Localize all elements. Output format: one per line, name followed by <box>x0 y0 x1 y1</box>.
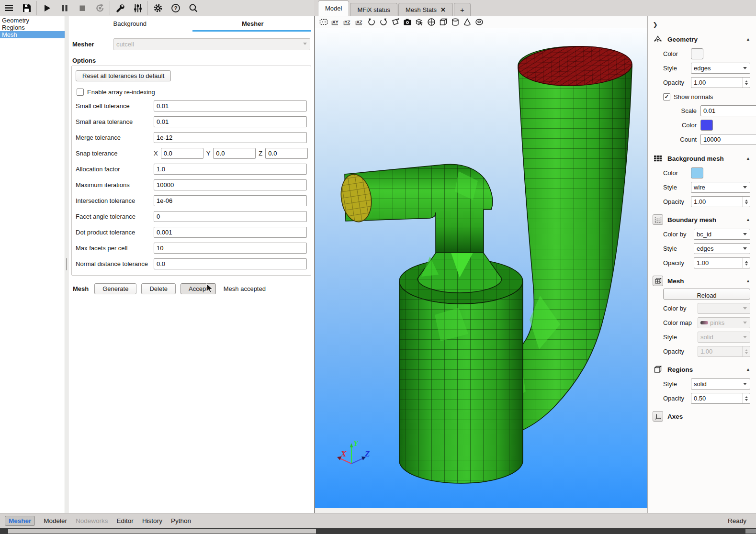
menu-icon[interactable] <box>0 1 18 15</box>
mesh-opacity-spinbox[interactable]: 1.00 <box>698 346 750 357</box>
normal-distance-tolerance-input[interactable] <box>154 258 307 269</box>
boundary-mesh-colorby-select[interactable]: bc_id <box>694 229 750 240</box>
geometry-style-select[interactable]: edges <box>691 63 750 74</box>
svg-text:?: ? <box>174 5 177 11</box>
snap-y-input[interactable] <box>213 148 256 159</box>
geometry-opacity-spinbox[interactable]: 1.00 <box>691 77 750 88</box>
collapse-arrow-icon[interactable]: ▲ <box>746 367 751 372</box>
tab-mesher[interactable]: Mesher <box>192 17 315 32</box>
mesh-subtabs: Background Mesher <box>68 17 314 32</box>
run-icon[interactable] <box>38 1 56 15</box>
reset-icon[interactable] <box>91 1 109 15</box>
mode-mesher[interactable]: Mesher <box>5 516 35 526</box>
row-label: Style <box>663 245 690 252</box>
mesh-style-select[interactable]: solid <box>698 332 750 343</box>
boundary-mesh-style-select[interactable]: edges <box>694 243 750 254</box>
collapse-arrow-icon[interactable]: ▲ <box>746 278 751 283</box>
geometry-color-swatch[interactable] <box>691 48 703 59</box>
background-mesh-opacity-spinbox[interactable]: 1.00 <box>691 196 750 207</box>
view-yz-icon[interactable]: YZ <box>343 18 352 27</box>
enable-array-checkbox[interactable] <box>77 89 84 96</box>
delete-button[interactable]: Delete <box>141 283 176 294</box>
sidebar-item-geometry[interactable]: Geometry <box>0 17 65 24</box>
render-viewport[interactable]: X Y Z <box>314 28 647 508</box>
close-tab-icon[interactable]: ✕ <box>440 6 446 13</box>
snap-z-input[interactable] <box>265 148 308 159</box>
rotate-cw-icon[interactable] <box>379 18 388 27</box>
mode-python[interactable]: Python <box>171 517 191 524</box>
generate-button[interactable]: Generate <box>94 283 136 294</box>
tab-background[interactable]: Background <box>68 17 192 32</box>
box-primitive-icon[interactable] <box>439 18 448 27</box>
search-icon[interactable] <box>184 1 202 15</box>
mesh-colormap-select[interactable]: pinks <box>698 317 750 328</box>
new-tab-button[interactable]: + <box>454 3 471 16</box>
regions-style-select[interactable]: solid <box>691 378 750 389</box>
background-mesh-style-select[interactable]: wire <box>691 182 750 193</box>
svg-text:YZ: YZ <box>344 19 350 24</box>
select-value: edges <box>694 65 711 72</box>
intersection-tolerance-input[interactable] <box>154 195 307 206</box>
options-label: Options <box>72 57 314 64</box>
dot-product-tolerance-input[interactable] <box>154 227 307 238</box>
tab-model[interactable]: Model <box>318 0 349 16</box>
build-wrench-icon[interactable] <box>111 1 129 15</box>
horizontal-scrollbar[interactable] <box>0 528 756 534</box>
mesher-select[interactable]: cutcell <box>113 38 310 50</box>
boundary-mesh-icon[interactable] <box>653 214 663 225</box>
merge-tolerance-input[interactable] <box>154 132 307 143</box>
reset-view-icon[interactable] <box>319 18 328 27</box>
pause-icon[interactable] <box>56 1 73 15</box>
facet-angle-tolerance-input[interactable] <box>154 211 307 222</box>
mode-modeler[interactable]: Modeler <box>44 517 67 524</box>
collapse-arrow-icon[interactable]: ▲ <box>746 217 751 222</box>
svg-text:XZ: XZ <box>356 19 362 24</box>
max-facets-per-cell-input[interactable] <box>154 243 307 254</box>
reset-tolerances-button[interactable]: Reset all tolerances to default <box>76 70 171 81</box>
background-mesh-color-swatch[interactable] <box>691 167 703 178</box>
small-area-tolerance-input[interactable] <box>154 116 307 127</box>
save-icon[interactable] <box>18 1 35 15</box>
mode-history[interactable]: History <box>142 517 162 524</box>
sidebar-item-mesh[interactable]: Mesh <box>0 31 65 38</box>
regions-opacity-spinbox[interactable]: 0.50 <box>691 393 750 404</box>
tab-mesh-stats[interactable]: Mesh Stats✕ <box>398 3 453 16</box>
cone-primitive-icon[interactable] <box>463 18 472 27</box>
reload-button[interactable]: Reload <box>663 289 750 300</box>
screenshot-camera-icon[interactable] <box>403 18 412 27</box>
show-normals-checkbox[interactable]: ✓ <box>663 93 670 100</box>
view-xy-icon[interactable]: XY <box>331 18 340 27</box>
sidebar-item-regions[interactable]: Regions <box>0 24 65 31</box>
settings-gear-icon[interactable] <box>149 1 167 15</box>
maximum-iterations-input[interactable] <box>154 179 307 190</box>
stop-icon[interactable] <box>73 1 91 15</box>
torus-primitive-icon[interactable] <box>474 18 484 27</box>
tab-mfix-status[interactable]: MFiX status <box>350 3 397 16</box>
collapse-arrow-icon[interactable]: ▲ <box>746 156 751 161</box>
small-cell-tolerance-input[interactable] <box>154 100 307 111</box>
mesh-icon[interactable] <box>653 276 663 286</box>
normals-count-input[interactable] <box>700 134 756 145</box>
viewport-gap <box>314 508 647 513</box>
help-icon[interactable]: ? <box>167 1 184 15</box>
collapse-panel-icon[interactable]: ❯ <box>653 20 661 29</box>
geometry-visibility-icon[interactable] <box>415 18 424 27</box>
mesh-colorby-select[interactable] <box>698 303 750 314</box>
tune-sliders-icon[interactable] <box>129 1 147 15</box>
perspective-icon[interactable] <box>391 18 400 27</box>
scrollbar-thumb[interactable] <box>8 529 316 534</box>
normals-color-swatch[interactable] <box>700 120 713 131</box>
collapse-arrow-icon[interactable]: ▲ <box>746 37 751 42</box>
cylinder-primitive-icon[interactable] <box>451 18 460 27</box>
axes-icon[interactable] <box>653 411 663 422</box>
normals-scale-input[interactable] <box>700 105 756 116</box>
snap-x-input[interactable] <box>161 148 203 159</box>
sphere-primitive-icon[interactable] <box>427 18 436 27</box>
mode-nodeworks: Nodeworks <box>76 517 108 524</box>
allocation-factor-input[interactable] <box>154 164 307 175</box>
boundary-mesh-opacity-spinbox[interactable]: 1.00 <box>694 257 750 268</box>
rotate-ccw-icon[interactable] <box>367 18 376 27</box>
mode-editor[interactable]: Editor <box>117 517 134 524</box>
view-xz-icon[interactable]: XZ <box>355 18 364 27</box>
panel-splitter[interactable] <box>65 16 68 513</box>
